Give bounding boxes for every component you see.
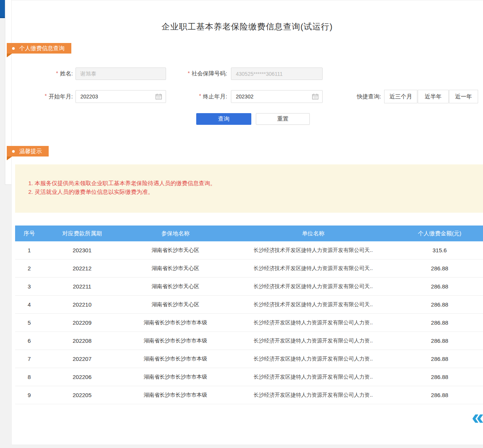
ssn-label-text: 社会保障号码: <box>192 70 227 77</box>
table-cell: 286.88 <box>396 338 483 344</box>
table-cell: 315.6 <box>396 247 483 253</box>
calendar-icon[interactable] <box>312 94 318 101</box>
end-month-value: 202302 <box>236 94 254 100</box>
header-period: 对应费款所属期 <box>43 230 121 237</box>
bullet-icon <box>12 150 15 153</box>
table-cell: 5 <box>15 319 43 326</box>
table-cell: 长沙经济开发区捷特人力资源开发有限公司人力资.. <box>230 374 396 380</box>
reset-button[interactable]: 重置 <box>256 113 310 125</box>
query-button[interactable]: 查询 <box>196 113 251 125</box>
start-month-value: 202203 <box>80 94 98 100</box>
table-cell: 202208 <box>43 338 121 344</box>
start-month-label-text: 开始年月: <box>49 93 73 100</box>
table-cell: 长沙经济开发区捷特人力资源开发有限公司人力资.. <box>230 392 396 399</box>
section-badge-tips-label: 温馨提示 <box>19 148 42 155</box>
table-cell: 202206 <box>43 374 121 380</box>
start-month-input[interactable]: 202203 <box>75 90 166 103</box>
table-row: 9202205湖南省长沙市长沙市市本级长沙经济开发区捷特人力资源开发有限公司人力… <box>15 386 483 404</box>
pension-query-page: 企业职工基本养老保险缴费信息查询(试运行) 个人缴费信息查询 * 姓名: 谢旭泰… <box>0 0 483 448</box>
quick-option-3-months[interactable]: 近三个月 <box>384 90 417 103</box>
table-cell: 长沙经济技术开发区捷特人力资源开发有限公司天.. <box>230 301 396 308</box>
table-cell: 286.88 <box>396 301 483 308</box>
required-asterisk: * <box>188 70 189 76</box>
table-row: 1202301湖南省长沙市天心区长沙经济技术开发区捷特人力资源开发有限公司天..… <box>15 241 483 259</box>
section-badge-tips: 温馨提示 <box>7 146 49 156</box>
table-cell: 湖南省长沙市长沙市市本级 <box>121 392 230 399</box>
table-cell: 长沙经济技术开发区捷特人力资源开发有限公司天.. <box>230 265 396 272</box>
ssn-input[interactable]: 430525******306111 <box>231 68 323 80</box>
table-cell: 202211 <box>43 283 121 290</box>
header-employer: 单位名称 <box>230 230 396 237</box>
table-cell: 长沙经济开发区捷特人力资源开发有限公司人力资.. <box>230 319 396 326</box>
table-row: 5202209湖南省长沙市长沙市市本级长沙经济开发区捷特人力资源开发有限公司人力… <box>15 314 483 332</box>
table-cell: 湖南省长沙市天心区 <box>121 283 230 290</box>
end-month-input[interactable]: 202302 <box>231 90 323 103</box>
table-cell: 202301 <box>43 247 121 253</box>
table-row: 7202207湖南省长沙市长沙市市本级长沙经济开发区捷特人力资源开发有限公司人力… <box>15 350 483 368</box>
notice-line: 1. 本服务仅提供尚未领取企业职工基本养老保险待遇人员的缴费信息查询。 <box>28 179 216 187</box>
table-cell: 长沙经济技术开发区捷特人力资源开发有限公司天.. <box>230 247 396 254</box>
table-cell: 202207 <box>43 356 121 362</box>
table-cell: 202205 <box>43 392 121 398</box>
start-month-label: * 开始年月: <box>32 90 73 103</box>
table-cell: 7 <box>15 356 43 362</box>
table-cell: 4 <box>15 301 43 308</box>
table-cell: 202209 <box>43 319 121 326</box>
table-row: 4202210湖南省长沙市天心区长沙经济技术开发区捷特人力资源开发有限公司天..… <box>15 296 483 314</box>
table-cell: 202212 <box>43 265 121 272</box>
notice-line: 2. 灵活就业人员的缴费单位信息以实际缴费为准。 <box>28 187 154 196</box>
table-cell: 2 <box>15 265 43 272</box>
section-badge-query: 个人缴费信息查询 <box>7 43 71 54</box>
required-asterisk: * <box>56 70 58 76</box>
table-cell: 1 <box>15 247 43 253</box>
table-cell: 湖南省长沙市长沙市市本级 <box>121 356 230 362</box>
table-cell: 湖南省长沙市天心区 <box>121 265 230 272</box>
quick-query-label-text: 快捷查询: <box>357 93 381 100</box>
table-cell: 湖南省长沙市长沙市市本级 <box>121 338 230 344</box>
badge-fold <box>7 156 12 160</box>
badge-fold <box>7 54 12 57</box>
quick-option-half-year[interactable]: 近半年 <box>418 90 449 103</box>
table-cell: 8 <box>15 374 43 380</box>
required-asterisk: * <box>45 93 46 99</box>
quick-query-label: 快捷查询: <box>346 90 381 103</box>
table-cell: 286.88 <box>396 356 483 362</box>
table-header-row: 序号 对应费款所属期 参保地名称 单位名称 个人缴费金额(元) <box>15 226 483 241</box>
table-cell: 286.88 <box>396 392 483 398</box>
table-cell: 202210 <box>43 301 121 308</box>
page-title: 企业职工基本养老保险缴费信息查询(试运行) <box>11 21 483 32</box>
name-input[interactable]: 谢旭泰 <box>75 68 166 80</box>
header-amount: 个人缴费金额(元) <box>396 230 483 237</box>
header-seq: 序号 <box>15 230 43 237</box>
table-cell: 湖南省长沙市天心区 <box>121 301 230 308</box>
table-cell: 6 <box>15 338 43 344</box>
name-label-text: 姓名: <box>60 70 73 77</box>
table-cell: 286.88 <box>396 283 483 290</box>
notice-box: 1. 本服务仅提供尚未领取企业职工基本养老保险待遇人员的缴费信息查询。 2. 灵… <box>15 164 483 213</box>
end-month-label: * 终止年月: <box>170 90 227 103</box>
table-cell: 长沙经济开发区捷特人力资源开发有限公司人力资.. <box>230 356 396 362</box>
table-cell: 3 <box>15 283 43 290</box>
table-row: 8202206湖南省长沙市长沙市市本级长沙经济开发区捷特人力资源开发有限公司人力… <box>15 368 483 386</box>
table-cell: 286.88 <box>396 265 483 272</box>
collapse-chevron-icon[interactable]: « <box>472 407 483 428</box>
end-month-label-text: 终止年月: <box>203 93 227 100</box>
quick-option-1-year[interactable]: 近一年 <box>449 90 478 103</box>
table-row: 3202211湖南省长沙市天心区长沙经济技术开发区捷特人力资源开发有限公司天..… <box>15 278 483 296</box>
section-badge-query-label: 个人缴费信息查询 <box>19 45 65 52</box>
bullet-icon <box>12 47 15 50</box>
table-body: 1202301湖南省长沙市天心区长沙经济技术开发区捷特人力资源开发有限公司天..… <box>15 241 483 404</box>
table-cell: 长沙经济开发区捷特人力资源开发有限公司人力资.. <box>230 338 396 344</box>
calendar-icon[interactable] <box>155 94 162 101</box>
table-cell: 湖南省长沙市天心区 <box>121 247 230 254</box>
table-cell: 湖南省长沙市长沙市市本级 <box>121 319 230 326</box>
results-table: 序号 对应费款所属期 参保地名称 单位名称 个人缴费金额(元) 1202301湖… <box>15 226 483 404</box>
table-cell: 湖南省长沙市长沙市市本级 <box>121 374 230 380</box>
table-cell: 286.88 <box>396 374 483 380</box>
table-row: 2202212湖南省长沙市天心区长沙经济技术开发区捷特人力资源开发有限公司天..… <box>15 259 483 278</box>
table-row: 6202208湖南省长沙市长沙市市本级长沙经济开发区捷特人力资源开发有限公司人力… <box>15 332 483 350</box>
table-cell: 长沙经济技术开发区捷特人力资源开发有限公司天.. <box>230 283 396 290</box>
table-cell: 9 <box>15 392 43 398</box>
ssn-label: * 社会保障号码: <box>170 68 227 80</box>
required-asterisk: * <box>199 93 201 99</box>
